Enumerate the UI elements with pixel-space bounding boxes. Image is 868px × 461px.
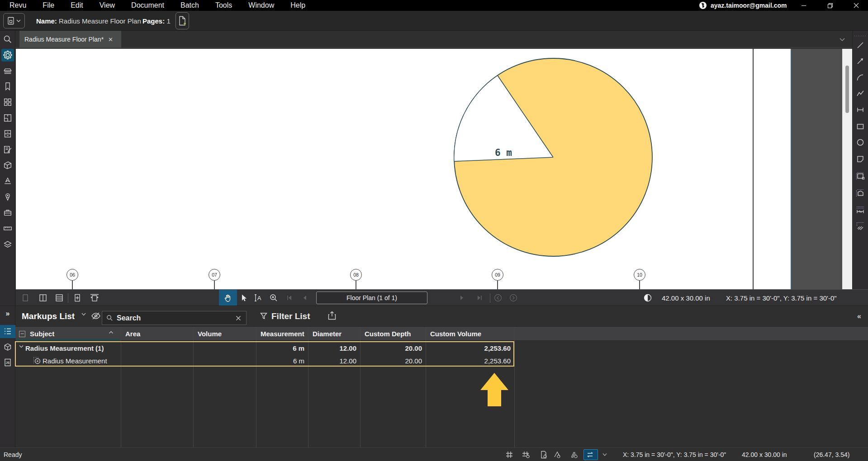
create-pdf-button[interactable]	[175, 12, 189, 29]
markups-title-chevron-icon[interactable]	[81, 313, 86, 316]
select-all-checkbox[interactable]: –	[19, 331, 25, 337]
hide-markups-icon[interactable]	[90, 311, 101, 320]
zoom-tool-icon[interactable]	[269, 293, 278, 302]
next-page-icon[interactable]	[458, 294, 465, 301]
close-button[interactable]	[849, 0, 863, 11]
markups-search-box[interactable]: Search	[102, 311, 247, 325]
3d-model-tree-icon[interactable]	[3, 343, 12, 352]
restore-button[interactable]	[823, 0, 837, 11]
clear-search-icon[interactable]	[236, 315, 241, 321]
snap-content-icon[interactable]	[540, 451, 548, 459]
pages-label: Pages:	[142, 17, 165, 25]
account-button[interactable]: ayaz.taimoor@gmail.com	[699, 0, 787, 11]
pan-tool-active[interactable]	[219, 290, 237, 306]
line-tool-icon[interactable]	[856, 41, 865, 50]
first-page-icon[interactable]	[286, 294, 293, 301]
length-measure-tool-icon[interactable]	[855, 205, 865, 215]
search-icon[interactable]	[3, 34, 13, 44]
file-cabinet-icon[interactable]	[3, 129, 13, 139]
column-custom-volume[interactable]: Custom Volume	[430, 327, 481, 341]
insert-page-icon[interactable]	[73, 293, 82, 302]
arrow-tool-icon[interactable]	[856, 56, 865, 66]
status-cursor-position: X: 3.75 in = 30'-0", Y: 3.75 in = 30'-0"	[623, 448, 726, 461]
column-volume[interactable]: Volume	[198, 327, 222, 341]
forms-icon[interactable]	[3, 145, 13, 155]
layers-icon[interactable]	[3, 240, 13, 249]
column-area[interactable]: Area	[125, 327, 140, 341]
polygon-tool-icon[interactable]	[856, 155, 865, 164]
arc-tool-icon[interactable]	[856, 73, 865, 82]
split-vertical-icon[interactable]	[38, 293, 47, 302]
tab-close-icon[interactable]: ✕	[108, 36, 113, 43]
rectangle-tool-icon[interactable]	[856, 122, 865, 131]
menu-window[interactable]: Window	[248, 1, 274, 9]
document-menu-button[interactable]	[3, 13, 25, 28]
menu-edit[interactable]: Edit	[71, 1, 83, 9]
polygon-sketch-tool-icon[interactable]	[855, 188, 865, 198]
last-page-icon[interactable]	[476, 294, 483, 301]
dimension-tool-icon[interactable]	[856, 105, 865, 114]
markups-collapse-chevrons[interactable]: «	[857, 306, 861, 326]
tab-overflow-chevron-icon[interactable]	[840, 38, 845, 42]
filter-icon[interactable]	[260, 312, 268, 320]
select-tool-icon[interactable]	[239, 293, 248, 302]
fit-width-icon[interactable]	[90, 293, 100, 302]
snap-markup-icon[interactable]	[553, 451, 561, 459]
places-icon[interactable]	[3, 192, 13, 202]
tab-radius-measure-floor-plan[interactable]: Radius Measure Floor Plan* ✕	[19, 31, 121, 48]
markups-list-title[interactable]: Markups List	[22, 306, 75, 326]
menu-help[interactable]: Help	[290, 1, 305, 9]
menu-view[interactable]: View	[100, 1, 115, 9]
links-icon[interactable]	[3, 160, 13, 170]
snap-hatch-icon[interactable]	[570, 451, 579, 459]
polyline-tool-icon[interactable]	[856, 89, 865, 98]
ellipse-tool-icon[interactable]	[856, 138, 865, 147]
markups-expand-chevrons[interactable]: »	[6, 310, 9, 318]
selected-rows-highlight	[15, 341, 514, 367]
single-page-view-icon[interactable]	[21, 293, 30, 302]
split-horizontal-icon[interactable]	[55, 293, 64, 302]
minimize-button[interactable]	[797, 0, 811, 11]
menu-file[interactable]: File	[43, 1, 54, 9]
properties-gear-icon[interactable]	[2, 50, 13, 61]
previous-page-icon[interactable]	[301, 294, 308, 301]
area-measure-tool-icon[interactable]	[855, 221, 865, 231]
column-measurement[interactable]: Measurement	[261, 327, 304, 341]
thumbnails-icon[interactable]	[3, 97, 13, 107]
sync-views-toggle[interactable]	[583, 449, 598, 460]
status-chevron-icon[interactable]	[602, 453, 607, 456]
measurements-icon[interactable]	[3, 223, 13, 233]
markups-list-icon[interactable]	[3, 327, 12, 336]
next-view-icon[interactable]	[509, 294, 517, 302]
menu-tools[interactable]: Tools	[215, 1, 232, 9]
select-text-icon[interactable]: A	[253, 293, 263, 302]
status-coordinates: (26.47, 3.54)	[814, 448, 849, 461]
javascript-console-icon[interactable]: JS	[3, 358, 12, 367]
file-access-icon[interactable]	[3, 66, 13, 76]
menu-revu[interactable]: Revu	[9, 1, 26, 9]
page-select-dropdown[interactable]: Floor Plan (1 of 1)	[316, 292, 427, 304]
annotation-arrow-up	[480, 373, 508, 406]
dark-mode-toggle-icon[interactable]	[644, 294, 652, 302]
menu-document[interactable]: Document	[131, 1, 164, 9]
snap-grid-icon[interactable]	[522, 451, 530, 459]
grid-toggle-icon[interactable]	[505, 451, 513, 459]
summary-export-icon[interactable]	[328, 311, 336, 320]
column-custom-depth[interactable]: Custom Depth	[365, 327, 411, 341]
revu-window: Revu File Edit View Document Batch Tools…	[0, 0, 868, 461]
previous-view-icon[interactable]	[494, 294, 502, 302]
menu-batch[interactable]: Batch	[180, 1, 199, 9]
vertical-scrollbar[interactable]	[842, 49, 852, 289]
canvas-toolbar: A Floor Plan (1 of 1) 42.00 x 30.00 in X…	[16, 289, 868, 306]
filter-list-label[interactable]: Filter List	[271, 306, 310, 326]
tab-bar: Radius Measure Floor Plan* ✕	[0, 31, 868, 48]
scrollbar-thumb[interactable]	[845, 66, 849, 113]
column-diameter[interactable]: Diameter	[313, 327, 342, 341]
toolbox-icon[interactable]	[3, 207, 13, 217]
rectangle-sketch-tool-icon[interactable]	[855, 171, 865, 181]
drawing-canvas[interactable]: 6 m 06 07 08 09 10	[16, 49, 791, 289]
bookmarks-icon[interactable]	[3, 81, 13, 91]
spaces-icon[interactable]	[3, 113, 13, 123]
toolbar-drag-handle[interactable]: ·······	[854, 33, 867, 38]
signatures-icon[interactable]	[3, 176, 13, 186]
